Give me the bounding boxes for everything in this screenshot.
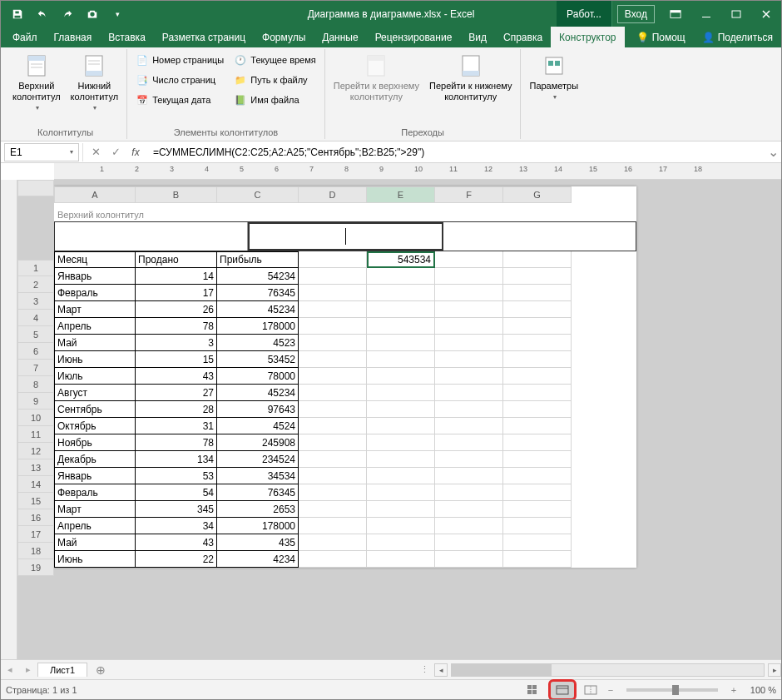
header-left-section[interactable] <box>55 222 248 251</box>
cell[interactable] <box>503 301 572 318</box>
ribbon-display-button[interactable] <box>660 1 691 27</box>
row-header[interactable]: 8 <box>17 376 54 393</box>
cell[interactable] <box>503 451 572 468</box>
sheet-nav-next[interactable]: ▸ <box>19 664 37 675</box>
cell[interactable] <box>367 418 435 434</box>
row-header[interactable]: 6 <box>17 343 54 360</box>
cell[interactable] <box>435 451 503 468</box>
cell[interactable]: 54 <box>136 484 217 501</box>
formula-input[interactable] <box>148 146 765 158</box>
cell[interactable] <box>299 285 367 301</box>
column-header[interactable]: C <box>217 186 299 203</box>
tab-file[interactable]: Файл <box>4 27 46 47</box>
cell[interactable]: 4524 <box>217 418 299 434</box>
qat-customize-button[interactable]: ▾ <box>106 2 129 26</box>
cell[interactable] <box>299 418 367 434</box>
cell[interactable]: Май <box>54 534 136 551</box>
cell[interactable]: 26 <box>136 301 217 318</box>
file-name-button[interactable]: 📗Имя файла <box>230 91 319 109</box>
cell[interactable] <box>367 385 435 401</box>
cell[interactable] <box>299 484 367 501</box>
cell[interactable] <box>435 251 503 268</box>
goto-footer-button[interactable]: Перейти к нижнему колонтитулу <box>426 51 515 104</box>
cell[interactable]: 543534 <box>367 251 435 268</box>
cell-grid[interactable]: МесяцПроданоПрибыль543534Январь1454234Фе… <box>54 251 636 568</box>
cell[interactable] <box>367 318 435 335</box>
zoom-level[interactable]: 100 % <box>743 685 776 695</box>
cell[interactable] <box>503 534 572 551</box>
cell[interactable] <box>299 434 367 451</box>
hscroll-track[interactable] <box>451 663 765 677</box>
cell[interactable] <box>435 501 503 518</box>
page-header-editor[interactable] <box>54 221 636 251</box>
cell[interactable] <box>299 301 367 318</box>
cell[interactable]: 43 <box>136 534 217 551</box>
cell[interactable]: 245908 <box>217 434 299 451</box>
cell[interactable]: 134 <box>136 451 217 468</box>
cell[interactable]: 3 <box>136 335 217 351</box>
cell[interactable] <box>367 501 435 518</box>
cell[interactable] <box>435 268 503 285</box>
cell[interactable] <box>435 285 503 301</box>
cell[interactable] <box>367 434 435 451</box>
cell[interactable]: Август <box>54 385 136 401</box>
accept-formula-button[interactable]: ✓ <box>106 143 125 161</box>
cell[interactable] <box>299 251 367 268</box>
close-button[interactable] <box>751 1 781 27</box>
cell[interactable] <box>299 451 367 468</box>
cell[interactable]: 54234 <box>217 268 299 285</box>
cell[interactable]: 27 <box>136 385 217 401</box>
fx-button[interactable]: fx <box>126 143 145 161</box>
cell[interactable] <box>503 285 572 301</box>
cell[interactable] <box>367 335 435 351</box>
cell[interactable]: 76345 <box>217 484 299 501</box>
cell[interactable]: 435 <box>217 534 299 551</box>
cell[interactable]: 178000 <box>217 518 299 534</box>
row-header[interactable]: 18 <box>17 543 54 559</box>
column-header[interactable]: G <box>503 186 572 203</box>
hscroll-left[interactable]: ◂ <box>434 663 448 677</box>
tab-data[interactable]: Данные <box>314 27 366 47</box>
page-layout-view-button[interactable] <box>548 679 577 701</box>
hscroll-thumb[interactable] <box>452 664 552 676</box>
undo-button[interactable] <box>31 2 54 26</box>
horizontal-ruler[interactable]: 123456789101112131415161718 <box>54 163 781 180</box>
cell[interactable]: Месяц <box>54 251 136 268</box>
cell[interactable]: Прибыль <box>217 251 299 268</box>
cell[interactable] <box>503 468 572 484</box>
cell[interactable] <box>299 318 367 335</box>
normal-view-button[interactable] <box>523 683 545 698</box>
header-center-section[interactable] <box>248 222 443 251</box>
current-date-button[interactable]: 📅Текущая дата <box>132 91 227 109</box>
cell[interactable]: 43 <box>136 368 217 385</box>
current-time-button[interactable]: 🕐Текущее время <box>230 51 319 69</box>
row-header[interactable]: 12 <box>17 443 54 459</box>
cell[interactable]: 14 <box>136 268 217 285</box>
cell[interactable]: 22 <box>136 551 217 568</box>
cell[interactable] <box>435 318 503 335</box>
sheet-nav-prev[interactable]: ◂ <box>1 664 19 675</box>
cell[interactable]: 234524 <box>217 451 299 468</box>
tab-insert[interactable]: Вставка <box>100 27 154 47</box>
tab-design[interactable]: Конструктор <box>551 27 624 47</box>
tab-view[interactable]: Вид <box>460 27 495 47</box>
select-all-corner[interactable] <box>17 180 54 196</box>
cell[interactable]: 2653 <box>217 501 299 518</box>
cell[interactable] <box>367 551 435 568</box>
cell[interactable] <box>503 385 572 401</box>
cell[interactable]: 78 <box>136 434 217 451</box>
file-path-button[interactable]: 📁Путь к файлу <box>230 71 319 89</box>
row-header[interactable]: 5 <box>17 326 54 343</box>
column-header[interactable]: A <box>54 186 136 203</box>
cell[interactable] <box>299 551 367 568</box>
cell[interactable] <box>367 401 435 418</box>
column-header[interactable]: F <box>435 186 503 203</box>
redo-button[interactable] <box>56 2 79 26</box>
cell[interactable]: 34534 <box>217 468 299 484</box>
row-header[interactable]: 10 <box>17 410 54 426</box>
cell[interactable]: 17 <box>136 285 217 301</box>
tab-home[interactable]: Главная <box>46 27 101 47</box>
zoom-slider[interactable] <box>626 688 718 692</box>
page-break-view-button[interactable] <box>580 683 601 698</box>
cell[interactable] <box>435 418 503 434</box>
